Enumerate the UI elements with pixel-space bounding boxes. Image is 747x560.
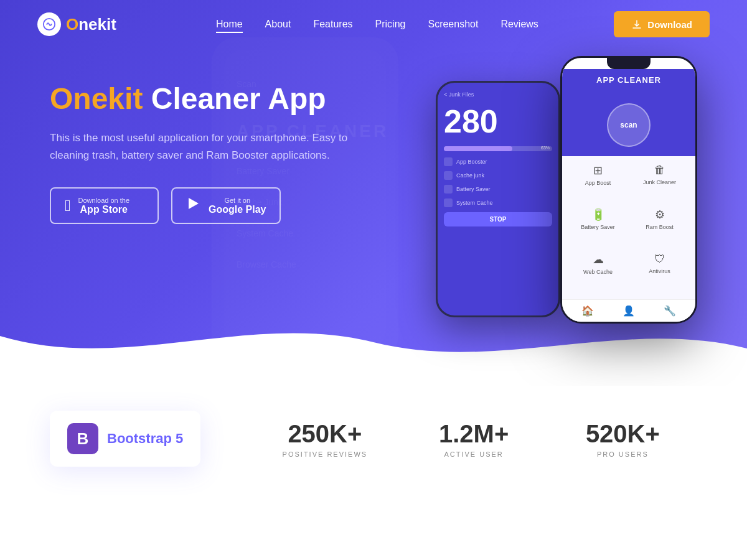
phone-back-stop: STOP [444,212,552,226]
phone-back-item-2: Cache junk [444,169,552,182]
hero-title: Onekit Cleaner App [50,81,361,117]
grid-web-cache: ☁ Web Cache [570,253,626,292]
web-cache-icon: ☁ [593,253,604,266]
ram-boost-icon: ⚙ [655,208,665,222]
grid-ram-boost: ⚙ Ram Boost [631,208,688,247]
phones-display: < Junk Files 280 63% App Booster Cache j… [436,56,697,367]
grid-battery-saver: 🔋 Battery Saver [570,208,626,247]
phone-back-header: < Junk Files [444,89,552,100]
download-button[interactable]: Download [614,11,710,37]
hero-description: This is the most useful application for … [50,129,361,166]
stat-positive-reviews: 250K+ Positive Reviews [250,420,399,458]
phone-notch [607,58,651,69]
nav-home[interactable]: Home [216,19,243,33]
nav-profile-icon: 👤 [622,305,635,317]
antivirus-icon: 🛡 [654,253,665,266]
nav-tools-icon: 🔧 [664,305,676,317]
phone-back: < Junk Files 280 63% App Booster Cache j… [436,81,560,317]
nav-reviews[interactable]: Reviews [500,19,538,29]
googleplay-button[interactable]: Get it on Google Play [171,187,281,224]
grid-app-boost: ⊞ App Boost [570,164,626,203]
grid-antivirus: 🛡 Antivirus [631,253,688,292]
googleplay-icon [186,196,201,215]
scan-button: scan [607,103,651,147]
logo-text: Onekit [66,15,116,34]
logo[interactable]: Onekit [37,12,116,36]
hero-section: APP CLEANER Scan Battery Saver Cache Jun… [0,0,747,386]
phone-back-number: 280 [444,100,552,142]
phone-front-screen: APP CLEANER scan ⊞ App Boost 🗑 Junk Clea… [562,69,695,322]
junk-cleaner-icon: 🗑 [654,164,665,177]
bootstrap-badge: B Bootstrap 5 [50,411,200,467]
nav-links: Home About Features Pricing Screenshot R… [216,19,538,30]
stat-pro-users: 520K+ Pro Users [548,420,697,458]
phone-bottom-nav: 🏠 👤 🔧 [562,299,695,322]
appstore-button[interactable]:  Download on the App Store [50,187,159,224]
battery-saver-icon: 🔋 [591,208,605,222]
nav-features[interactable]: Features [313,19,352,29]
logo-icon [37,12,61,36]
bootstrap-icon: B [67,423,98,454]
nav-home-icon: 🏠 [581,305,594,317]
phone-scan-area: scan [562,91,695,156]
hero-buttons:  Download on the App Store Get it on Go… [50,187,361,224]
nav-pricing[interactable]: Pricing [375,19,406,29]
grid-junk-cleaner: 🗑 Junk Cleaner [631,164,688,203]
phone-back-bar: 63% [444,146,552,151]
phone-front-grid: ⊞ App Boost 🗑 Junk Cleaner 🔋 Battery Sav… [562,156,695,299]
phone-front-header: APP CLEANER [562,69,695,91]
app-boost-icon: ⊞ [593,164,603,177]
phone-front: APP CLEANER scan ⊞ App Boost 🗑 Junk Clea… [560,56,697,324]
nav-about[interactable]: About [265,19,291,29]
download-icon [631,19,642,30]
phone-back-item-3: Battery Saver [444,182,552,196]
nav-screenshot[interactable]: Screenshot [428,19,478,29]
navbar: Onekit Home About Features Pricing Scree… [0,0,747,49]
stat-active-users: 1.2M+ Active User [400,420,548,458]
apple-icon:  [65,196,71,215]
phone-back-item-4: System Cache [444,196,552,210]
stats-section: B Bootstrap 5 250K+ Positive Reviews 1.2… [0,386,747,504]
phone-back-item-1: App Booster [444,155,552,169]
